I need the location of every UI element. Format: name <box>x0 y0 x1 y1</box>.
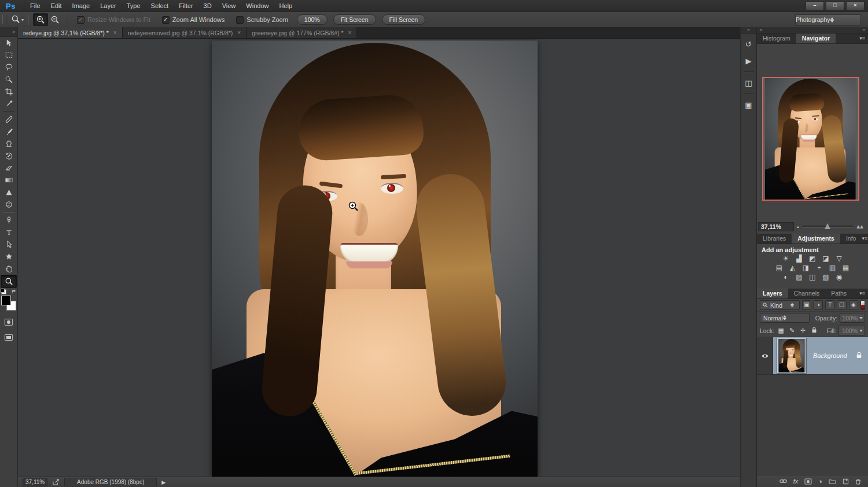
tab-adjustments[interactable]: Adjustments <box>792 234 840 244</box>
color-balance-icon[interactable]: ◭ <box>788 264 797 272</box>
move-tool[interactable] <box>1 37 16 49</box>
actual-size-button[interactable]: 100% <box>297 14 328 25</box>
menu-window[interactable]: Window <box>241 0 274 12</box>
layer-name[interactable]: Background <box>813 352 847 359</box>
delete-layer-icon[interactable] <box>855 478 861 485</box>
zoom-tool[interactable] <box>1 275 17 288</box>
channel-mixer-icon[interactable]: ▥ <box>828 264 837 272</box>
filter-pixel-layers-icon[interactable]: ▣ <box>802 300 811 310</box>
eyedropper-tool[interactable] <box>1 98 16 110</box>
zoom-out-mountain-icon[interactable]: ▲ <box>796 225 800 228</box>
pen-tool[interactable] <box>1 214 16 226</box>
lasso-tool[interactable] <box>1 61 16 73</box>
foreground-color-swatch[interactable] <box>1 296 11 305</box>
color-lookup-icon[interactable]: ▦ <box>841 264 851 272</box>
layer-visibility-toggle[interactable] <box>757 337 773 374</box>
filter-smart-object-icon[interactable]: ◈ <box>849 300 858 310</box>
threshold-icon[interactable]: ◫ <box>808 273 817 281</box>
new-group-icon[interactable] <box>829 478 836 484</box>
menu-select[interactable]: Select <box>146 0 174 12</box>
panel-menu-icon[interactable]: ▾≡ <box>862 234 868 244</box>
type-tool[interactable]: T <box>1 226 16 238</box>
exposure-icon[interactable]: ◪ <box>821 254 830 263</box>
lock-pixels-icon[interactable]: ✎ <box>788 327 796 334</box>
toolbar-expand-icon[interactable]: » <box>0 27 17 37</box>
curves-icon[interactable]: ◩ <box>808 254 817 263</box>
screen-mode-button[interactable] <box>4 333 13 344</box>
layer-style-fx-icon[interactable]: fx <box>793 478 799 485</box>
opacity-value[interactable]: 100% <box>840 313 865 323</box>
resize-windows-checkbox[interactable]: ✓ Resize Windows to Fit <box>77 16 150 24</box>
tab-close-icon[interactable]: × <box>237 29 241 36</box>
scrubby-zoom-checkbox[interactable]: ✓ Scrubby Zoom <box>236 16 288 24</box>
menu-view[interactable]: View <box>217 0 241 12</box>
panel-menu-icon[interactable]: ▾≡ <box>859 34 868 43</box>
canvas-area[interactable] <box>18 39 740 477</box>
tab-histogram[interactable]: Histogram <box>757 34 796 43</box>
zoom-out-button[interactable] <box>48 14 62 25</box>
quick-mask-button[interactable] <box>4 318 13 329</box>
history-panel-icon[interactable]: ↺ <box>742 38 755 50</box>
menu-edit[interactable]: Edit <box>46 0 67 12</box>
crop-tool[interactable] <box>1 86 16 98</box>
hue-saturation-icon[interactable]: ▤ <box>775 264 784 272</box>
clone-source-panel-icon[interactable]: ▣ <box>742 98 755 111</box>
filter-adjustment-layers-icon[interactable]: ◑ <box>814 300 823 310</box>
dock-collapse-icon[interactable]: « <box>760 27 762 33</box>
share-icon[interactable] <box>52 479 60 486</box>
spot-healing-brush-tool[interactable] <box>1 113 16 126</box>
path-selection-tool[interactable] <box>1 238 16 250</box>
zoom-in-mountain-icon[interactable]: ▲▲ <box>855 223 862 230</box>
navigator-thumbnail[interactable] <box>762 77 859 201</box>
status-zoom-field[interactable]: 37,11% <box>23 478 47 486</box>
current-tool-zoom[interactable]: ▾ <box>11 14 24 25</box>
navigator-zoom-field[interactable]: 37,11% <box>758 222 794 231</box>
eraser-tool[interactable] <box>1 162 16 174</box>
gradient-tool[interactable] <box>1 174 16 186</box>
status-profile[interactable]: Adobe RGB (1998) (8bpc) <box>64 478 157 486</box>
tab-info[interactable]: Info <box>840 234 862 244</box>
new-layer-icon[interactable] <box>843 478 849 485</box>
black-white-icon[interactable]: ◨ <box>801 264 811 272</box>
layer-filter-kind-select[interactable]: Kind <box>760 300 800 310</box>
minimize-button[interactable]: – <box>806 1 824 10</box>
menu-filter[interactable]: Filter <box>174 0 198 12</box>
menu-3d[interactable]: 3D <box>198 0 217 12</box>
marquee-tool[interactable] <box>1 49 16 61</box>
actions-panel-icon[interactable]: ▶ <box>742 54 755 67</box>
photo-filter-icon[interactable]: ◓ <box>815 264 824 272</box>
status-options-arrow-icon[interactable]: ▶ <box>161 479 165 485</box>
dodge-tool[interactable] <box>1 198 16 211</box>
tab-paths[interactable]: Paths <box>825 289 852 298</box>
menu-image[interactable]: Image <box>67 0 95 12</box>
selective-color-icon[interactable]: ◉ <box>834 273 844 281</box>
layer-filter-toggle[interactable] <box>860 300 865 310</box>
vibrance-icon[interactable]: ▽ <box>834 254 844 263</box>
link-layers-icon[interactable] <box>779 479 787 484</box>
custom-shape-tool[interactable] <box>1 250 16 263</box>
levels-icon[interactable]: ▟ <box>795 254 804 263</box>
options-bar-grip[interactable] <box>2 15 6 24</box>
properties-panel-icon[interactable]: ◫ <box>742 76 755 89</box>
maximize-button[interactable]: □ <box>826 1 844 10</box>
layer-row-background[interactable]: Background <box>757 337 868 375</box>
clone-stamp-tool[interactable] <box>1 138 16 150</box>
panel-menu-icon[interactable]: ▾≡ <box>859 289 868 298</box>
lock-all-icon[interactable] <box>810 327 818 334</box>
tab-navigator[interactable]: Navigator <box>796 34 836 43</box>
blend-mode-select[interactable]: Normal <box>760 313 810 323</box>
zoom-in-button[interactable] <box>33 13 48 26</box>
new-adjustment-layer-icon[interactable]: ◑ <box>818 478 822 485</box>
fill-screen-button[interactable]: Fill Screen <box>382 14 426 25</box>
strip-collapse-icon[interactable]: « <box>741 27 756 34</box>
menu-file[interactable]: File <box>25 0 46 12</box>
zoom-all-windows-checkbox[interactable]: ✓ Zoom All Windows <box>162 16 225 24</box>
brightness-contrast-icon[interactable]: ☀ <box>781 254 790 263</box>
quick-selection-tool[interactable] <box>1 73 16 86</box>
menu-help[interactable]: Help <box>274 0 297 12</box>
layer-thumbnail[interactable] <box>777 338 806 373</box>
tab-greeneye[interactable]: greeneye.jpg @ 177% (RGB/8#) * × <box>247 27 357 38</box>
tab-libraries[interactable]: Libraries <box>757 234 792 244</box>
lock-transparency-icon[interactable]: ▦ <box>777 327 785 334</box>
invert-icon[interactable]: ◐ <box>781 273 790 281</box>
